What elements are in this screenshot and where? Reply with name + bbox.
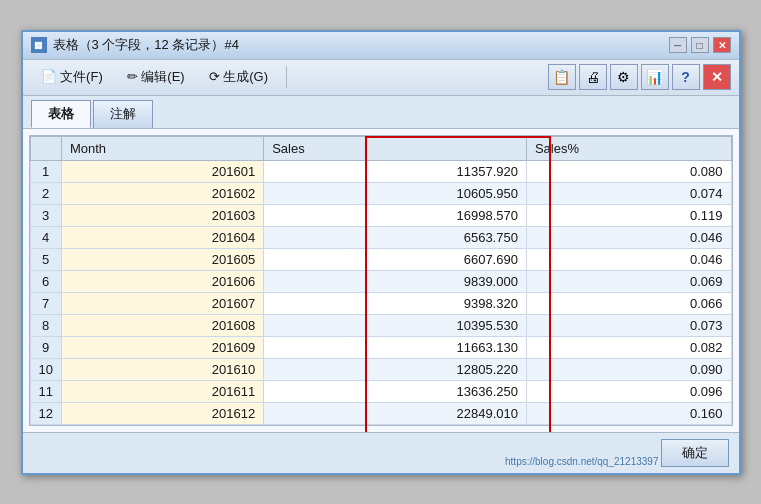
- cell-salespct: 0.080: [526, 160, 731, 182]
- menu-generate-label: ⟳ 生成(G): [209, 68, 268, 86]
- cell-salespct: 0.073: [526, 314, 731, 336]
- cell-salespct: 0.119: [526, 204, 731, 226]
- cell-month: 201605: [61, 248, 263, 270]
- chart-button[interactable]: 📊: [641, 64, 669, 90]
- title-bar: ▦ 表格（3 个字段，12 条记录）#4 ─ □ ✕: [23, 32, 739, 60]
- cell-month: 201604: [61, 226, 263, 248]
- table-row: 1020161012805.2200.090: [30, 358, 731, 380]
- cell-rownum: 8: [30, 314, 61, 336]
- cell-rownum: 9: [30, 336, 61, 358]
- toolbar-icons: 📋 🖨 ⚙ 📊 ? ✕: [548, 64, 731, 90]
- cell-salespct: 0.082: [526, 336, 731, 358]
- cell-salespct: 0.069: [526, 270, 731, 292]
- cell-salespct: 0.074: [526, 182, 731, 204]
- cell-salespct: 0.066: [526, 292, 731, 314]
- main-window: ▦ 表格（3 个字段，12 条记录）#4 ─ □ ✕ 📄 文件(F) ✏ 编辑(…: [21, 30, 741, 475]
- menu-edit-label: ✏ 编辑(E): [127, 68, 185, 86]
- cell-rownum: 10: [30, 358, 61, 380]
- cell-month: 201601: [61, 160, 263, 182]
- table-row: 120160111357.9200.080: [30, 160, 731, 182]
- toolbar-close-button[interactable]: ✕: [703, 64, 731, 90]
- table-wrapper: Month Sales Sales% 120160111357.9200.080…: [29, 135, 733, 426]
- tab-table[interactable]: 表格: [31, 100, 91, 128]
- cell-month: 201609: [61, 336, 263, 358]
- table-row: 72016079398.3200.066: [30, 292, 731, 314]
- cell-rownum: 1: [30, 160, 61, 182]
- cell-rownum: 6: [30, 270, 61, 292]
- table-header-row: Month Sales Sales%: [30, 136, 731, 160]
- cell-salespct: 0.090: [526, 358, 731, 380]
- cell-rownum: 4: [30, 226, 61, 248]
- data-table: Month Sales Sales% 120160111357.9200.080…: [30, 136, 732, 425]
- cell-sales: 22849.010: [264, 402, 527, 424]
- watermark: https://blog.csdn.net/qq_21213397: [505, 456, 658, 467]
- cell-sales: 6563.750: [264, 226, 527, 248]
- cell-sales: 10395.530: [264, 314, 527, 336]
- table-row: 820160810395.5300.073: [30, 314, 731, 336]
- table-row: 1220161222849.0100.160: [30, 402, 731, 424]
- minimize-button[interactable]: ─: [669, 37, 687, 53]
- cell-month: 201603: [61, 204, 263, 226]
- cell-salespct: 0.160: [526, 402, 731, 424]
- table-row: 920160911663.1300.082: [30, 336, 731, 358]
- cell-sales: 16998.570: [264, 204, 527, 226]
- menu-file-label: 📄 文件(F): [41, 68, 103, 86]
- window-icon: ▦: [31, 37, 47, 53]
- cell-sales: 6607.690: [264, 248, 527, 270]
- cell-rownum: 11: [30, 380, 61, 402]
- cell-salespct: 0.046: [526, 226, 731, 248]
- col-header-sales: Sales: [264, 136, 527, 160]
- col-header-month: Month: [61, 136, 263, 160]
- menubar: 📄 文件(F) ✏ 编辑(E) ⟳ 生成(G) 📋 🖨 ⚙ 📊 ? ✕: [23, 60, 739, 96]
- cell-rownum: 2: [30, 182, 61, 204]
- cell-sales: 12805.220: [264, 358, 527, 380]
- cell-salespct: 0.046: [526, 248, 731, 270]
- cell-month: 201610: [61, 358, 263, 380]
- cell-month: 201608: [61, 314, 263, 336]
- window-title: 表格（3 个字段，12 条记录）#4: [53, 36, 239, 54]
- table-row: 320160316998.5700.119: [30, 204, 731, 226]
- menu-edit[interactable]: ✏ 编辑(E): [117, 65, 195, 89]
- table-row: 62016069839.0000.069: [30, 270, 731, 292]
- table-row: 1120161113636.2500.096: [30, 380, 731, 402]
- col-header-salespct: Sales%: [526, 136, 731, 160]
- cell-salespct: 0.096: [526, 380, 731, 402]
- cell-sales: 11663.130: [264, 336, 527, 358]
- bottom-bar: https://blog.csdn.net/qq_21213397 确定: [23, 432, 739, 473]
- tab-notes[interactable]: 注解: [93, 100, 153, 128]
- restore-button[interactable]: □: [691, 37, 709, 53]
- table-body: 120160111357.9200.080220160210605.9500.0…: [30, 160, 731, 424]
- title-controls: ─ □ ✕: [669, 37, 731, 53]
- cell-month: 201611: [61, 380, 263, 402]
- help-button[interactable]: ?: [672, 64, 700, 90]
- cell-sales: 9839.000: [264, 270, 527, 292]
- table-row: 42016046563.7500.046: [30, 226, 731, 248]
- col-header-rownum: [30, 136, 61, 160]
- copy-button[interactable]: 📋: [548, 64, 576, 90]
- menu-divider: [286, 66, 287, 88]
- cell-sales: 10605.950: [264, 182, 527, 204]
- table-row: 52016056607.6900.046: [30, 248, 731, 270]
- cell-month: 201602: [61, 182, 263, 204]
- cell-sales: 13636.250: [264, 380, 527, 402]
- table-row: 220160210605.9500.074: [30, 182, 731, 204]
- title-close-button[interactable]: ✕: [713, 37, 731, 53]
- content-area: Month Sales Sales% 120160111357.9200.080…: [23, 129, 739, 432]
- cell-month: 201612: [61, 402, 263, 424]
- cell-sales: 11357.920: [264, 160, 527, 182]
- cell-month: 201607: [61, 292, 263, 314]
- print-button[interactable]: 🖨: [579, 64, 607, 90]
- cell-sales: 9398.320: [264, 292, 527, 314]
- cell-rownum: 7: [30, 292, 61, 314]
- menu-generate[interactable]: ⟳ 生成(G): [199, 65, 278, 89]
- menu-file[interactable]: 📄 文件(F): [31, 65, 113, 89]
- settings-button[interactable]: ⚙: [610, 64, 638, 90]
- cell-rownum: 5: [30, 248, 61, 270]
- cell-month: 201606: [61, 270, 263, 292]
- cell-rownum: 12: [30, 402, 61, 424]
- tabs-bar: 表格 注解: [23, 96, 739, 129]
- title-left: ▦ 表格（3 个字段，12 条记录）#4: [31, 36, 239, 54]
- cell-rownum: 3: [30, 204, 61, 226]
- confirm-button[interactable]: 确定: [661, 439, 729, 467]
